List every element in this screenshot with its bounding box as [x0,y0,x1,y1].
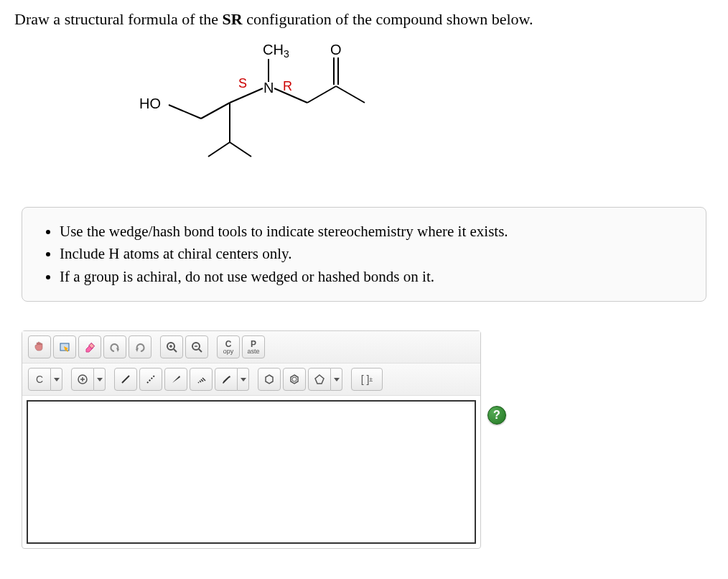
atom-dropdown-icon[interactable] [51,368,62,391]
bond-dropdown-icon[interactable] [238,368,249,391]
hand-tool-icon[interactable] [28,335,51,358]
select-tool-icon[interactable] [53,335,76,358]
label-o: O [330,42,342,57]
svg-marker-30 [266,375,273,384]
benzene-tool-icon[interactable] [283,368,306,391]
question-bold: SR [223,10,243,28]
drawing-canvas[interactable] [27,400,476,544]
wedge-bond-icon[interactable] [164,368,187,391]
ring-dropdown-icon[interactable] [331,368,342,391]
atom-tool-button[interactable]: C [28,368,51,391]
plus-dropdown-icon[interactable] [94,368,106,391]
svg-line-27 [200,381,201,382]
svg-line-26 [198,382,199,383]
charge-label: [ ] [361,374,370,385]
label-ho: HO [139,96,161,111]
single-bond-icon[interactable] [114,368,137,391]
hash-bond-icon[interactable] [190,368,213,391]
toolbar-row-2: C [22,363,480,396]
svg-line-24 [122,376,129,383]
instruction-item: Use the wedge/hash bond tools to indicat… [60,221,686,244]
paste-top: P [251,340,256,348]
svg-line-3 [208,142,230,157]
copy-bottom: opy [223,348,234,355]
instruction-box: Use the wedge/hash bond tools to indicat… [22,207,706,302]
svg-line-11 [336,86,365,103]
zoom-out-icon[interactable] [185,335,208,358]
svg-line-1 [201,103,230,119]
question-text: Draw a structural formula of the SR conf… [14,9,714,31]
ring-tool-icon[interactable] [258,368,281,391]
svg-marker-33 [315,375,324,384]
svg-line-5 [230,88,263,103]
svg-line-29 [202,378,205,381]
copy-top: C [225,340,232,348]
instruction-item: If a group is achiral, do not use wedged… [60,266,686,289]
svg-line-0 [169,105,201,119]
help-label: ? [493,409,500,422]
charge-sup: ± [369,376,373,383]
molecule-image: HO CH3 O N S R [14,42,714,185]
instruction-item: Include H atoms at chiral centers only. [60,243,686,266]
copy-button[interactable]: C opy [217,335,240,358]
paste-bottom: aste [247,348,259,355]
wavy-bond-icon[interactable] [215,368,238,391]
svg-line-25 [147,376,154,383]
svg-line-28 [201,379,203,381]
redo-icon[interactable] [129,335,151,358]
atom-label: C [36,374,43,385]
svg-line-8 [307,86,336,103]
zoom-in-icon[interactable] [160,335,183,358]
question-prefix: Draw a structural formula of the [14,10,223,28]
plus-tool-button[interactable] [71,368,94,391]
label-n: N [263,80,274,96]
svg-line-19 [199,349,202,352]
help-button[interactable]: ? [487,406,506,425]
svg-line-15 [174,349,177,352]
paste-button[interactable]: P aste [242,335,265,358]
pentagon-tool-icon[interactable] [308,368,331,391]
toolbar-row-1: C opy P aste [22,331,480,363]
undo-icon[interactable] [103,335,126,358]
eraser-tool-icon[interactable] [78,335,101,358]
label-r: R [283,79,292,93]
svg-point-32 [292,377,297,381]
dashed-bond-icon[interactable] [139,368,162,391]
svg-line-4 [230,142,251,157]
label-ch3: CH3 [263,42,289,60]
question-suffix: configuration of the compound shown belo… [243,10,533,28]
charge-tool-button[interactable]: [ ]± [351,368,383,391]
chemical-editor: C opy P aste C [22,330,481,549]
label-s: S [238,76,247,91]
